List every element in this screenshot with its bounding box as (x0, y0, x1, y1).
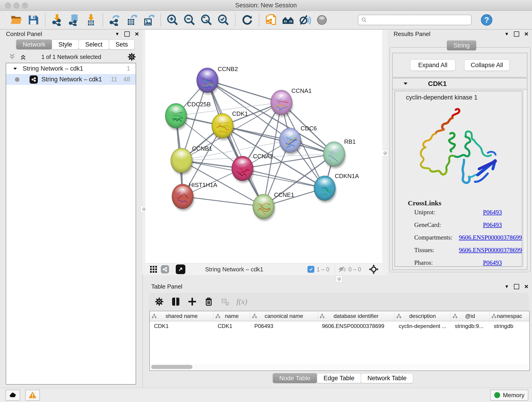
tab-edge-table[interactable]: Edge Table (317, 373, 361, 383)
network-canvas[interactable]: CCNB2CCNA1CDC25BCDK1CDC6RB1CCNB1CCNA2CDK… (145, 30, 382, 263)
horizontal-splitter[interactable] (145, 275, 532, 282)
column-header[interactable]: canonical name (250, 311, 318, 321)
protein-node-CCNA2[interactable] (232, 156, 254, 183)
tab-select[interactable]: Select (79, 39, 109, 50)
tab-network-table[interactable]: Network Table (361, 373, 413, 383)
select-columns-icon[interactable] (169, 295, 182, 308)
protein-node-CDC25B[interactable] (165, 103, 190, 130)
column-header[interactable]: shared name (150, 311, 214, 321)
gear-icon[interactable] (127, 52, 136, 61)
toolbar-separator (103, 13, 103, 27)
float-panel-icon[interactable]: ▼ (115, 32, 120, 37)
maximize-panel-icon[interactable] (124, 32, 130, 37)
right-splitter-handle[interactable] (382, 150, 388, 156)
float-panel-icon[interactable]: ▼ (505, 32, 509, 37)
save-session-button[interactable] (26, 13, 40, 27)
column-header[interactable]: namespac (490, 311, 529, 321)
tab-network[interactable]: Network (16, 39, 52, 50)
horizontal-splitter-handle[interactable] (336, 276, 342, 282)
fit-content-icon[interactable] (369, 264, 379, 274)
network-mode-icon[interactable] (161, 265, 169, 274)
open-session-button[interactable] (9, 13, 23, 27)
expand-all-button[interactable]: Expand All (410, 59, 456, 71)
float-panel-icon[interactable]: ▼ (505, 284, 509, 289)
zoom-fit-button[interactable] (199, 13, 214, 27)
node-label-CCNA2: CCNA2 (253, 153, 273, 160)
protein-node-CDKN1A[interactable] (314, 176, 337, 203)
node-label-RB1: RB1 (344, 138, 356, 145)
refresh-button[interactable] (240, 13, 254, 27)
warnings-button[interactable] (25, 390, 40, 401)
column-header[interactable]: database identifier (318, 311, 394, 321)
hide-graphics-details-button[interactable] (298, 13, 312, 27)
protein-node-CDC6[interactable] (279, 128, 303, 155)
add-column-icon[interactable] (186, 295, 199, 308)
selected-checkbox-icon[interactable] (307, 266, 314, 273)
compartments-link[interactable]: 9606.ENSP00000378699 (459, 234, 522, 241)
collapse-all-button[interactable]: Collapse All (464, 59, 510, 71)
scrollbar-thumb[interactable] (151, 365, 192, 369)
import-table-button[interactable] (84, 13, 98, 27)
memory-button[interactable]: Memory (490, 390, 528, 401)
cloud-status-button[interactable] (6, 390, 20, 401)
import-network-button[interactable] (50, 13, 64, 27)
tab-string[interactable]: String (447, 40, 476, 51)
column-header[interactable]: name (214, 311, 250, 321)
close-panel-icon[interactable]: × (524, 284, 528, 289)
node-count: 11 (111, 76, 117, 83)
node-label-CDKN1A: CDKN1A (335, 172, 359, 179)
tab-style[interactable]: Style (52, 39, 79, 50)
tab-sets[interactable]: Sets (109, 39, 134, 50)
node-label-HIST1H1A: HIST1H1A (189, 182, 217, 188)
tab-node-table[interactable]: Node Table (273, 373, 317, 383)
close-panel-icon[interactable]: × (524, 32, 528, 36)
collapse-arrow-icon[interactable] (403, 81, 408, 86)
close-panel-icon[interactable]: × (135, 32, 139, 36)
maximize-panel-icon[interactable] (514, 32, 519, 37)
birdseye-view-button[interactable] (315, 13, 329, 27)
main-toolbar: ? (0, 11, 532, 30)
table-header-row: shared name name canonical name database… (150, 311, 529, 321)
export-table-button[interactable] (125, 13, 139, 27)
export-network-button[interactable] (108, 13, 122, 27)
string-import-button[interactable] (264, 13, 278, 27)
table-row[interactable]: CDK1 CDK1 P06493 9606.ENSP00000378699 cy… (150, 321, 529, 331)
node-label-CCNB2: CCNB2 (218, 65, 238, 72)
zoom-out-button[interactable] (182, 13, 196, 27)
gene-section-header[interactable]: CDK1 (393, 78, 527, 89)
results-panel: Results Panel ▼ × String Expand All Coll… (388, 30, 532, 275)
network-svg[interactable]: CCNB2CCNA1CDC25BCDK1CDC6RB1CCNB1CCNA2CDK… (145, 30, 382, 263)
uniprot-link[interactable]: P06493 (483, 209, 502, 216)
import-network-database-button[interactable] (67, 13, 81, 27)
pharos-link[interactable]: P06493 (483, 259, 502, 266)
maximize-panel-icon[interactable] (514, 284, 519, 289)
function-builder-icon: f(x) (236, 297, 247, 306)
collapse-arrow-icon[interactable] (13, 66, 18, 71)
protein-node-CCNE1[interactable] (253, 194, 275, 221)
grid-mode-icon[interactable] (149, 265, 158, 274)
right-splitter[interactable] (382, 30, 388, 275)
zoom-in-button[interactable] (165, 13, 180, 27)
table-gear-icon[interactable] (152, 295, 166, 308)
network-collection-row[interactable]: String Network – cdk1 1 (6, 63, 136, 74)
delete-column-icon[interactable] (202, 295, 215, 308)
protein-node-CCNA1[interactable] (271, 90, 294, 117)
results-panel-title: Results Panel (394, 31, 430, 38)
help-button[interactable]: ? (481, 14, 493, 26)
column-header[interactable]: description (394, 311, 451, 321)
network-row[interactable]: String Network – cdk1 11 48 (6, 74, 136, 85)
left-splitter[interactable] (143, 30, 145, 275)
tissues-link[interactable]: 9606.ENSP00000378699 (459, 247, 522, 254)
protein-node-RB1[interactable] (323, 142, 346, 168)
memory-status-dot (494, 392, 500, 398)
protein-node-CCNB1[interactable] (171, 148, 193, 175)
export-image-button[interactable] (142, 13, 156, 27)
genecard-link[interactable]: P06493 (483, 221, 502, 229)
search-input[interactable] (367, 17, 464, 24)
string-home-button[interactable] (281, 13, 295, 27)
birdseye-toggle-icon[interactable] (176, 264, 185, 274)
zoom-selected-button[interactable] (216, 13, 230, 27)
table-horizontal-scrollbar[interactable] (150, 364, 528, 370)
results-scrollbar[interactable] (524, 91, 527, 266)
column-header[interactable]: @id (451, 311, 490, 321)
